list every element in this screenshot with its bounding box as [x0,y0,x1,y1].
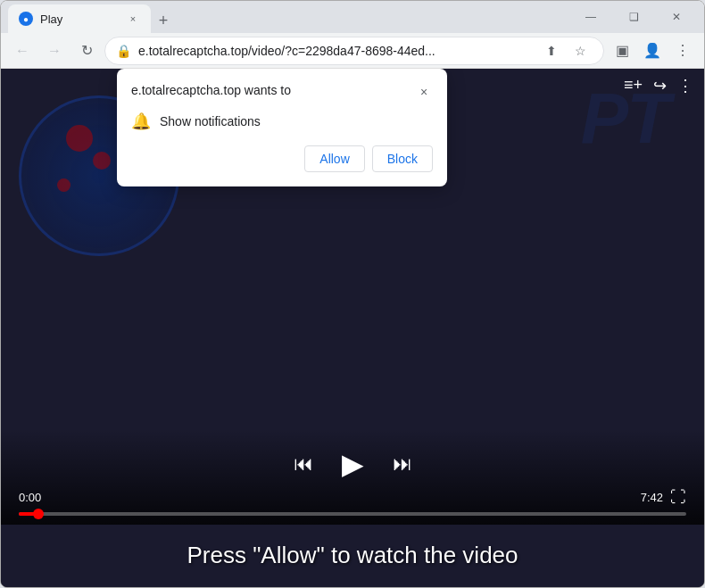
play-button[interactable]: ▶ [342,447,364,481]
permission-text: Show notifications [160,114,261,128]
nav-extra-buttons: ▣ 👤 ⋮ [608,37,697,65]
video-controls: ⏮ ▶ ⏭ 0:007:42⛶ [1,429,704,525]
reload-button[interactable]: ↻ [72,37,101,65]
forward-button[interactable]: → [40,37,69,65]
tab-favicon: ● [19,12,33,26]
overlay-text: Press "Allow" to watch the video [1,542,704,569]
progress-dot [33,509,44,519]
progress-fill [19,512,38,516]
top-video-controls: ≡+ ↪ ⋮ [624,76,693,95]
address-icons: ⬆ ☆ [539,38,593,63]
back-button[interactable]: ← [8,37,37,65]
playlist-icon[interactable]: ≡+ [624,76,643,95]
share-video-icon[interactable]: ↪ [653,76,667,95]
popup-permission: 🔔 Show notifications [131,112,433,131]
profile-icon[interactable]: 👤 [638,37,667,65]
current-time: 0:00 [19,491,41,504]
tab-strip: ● Play × + [8,1,570,33]
window-controls: — ❑ ✕ [570,3,697,31]
popup-header: e.totalrecaptcha.top wants to × [131,83,433,101]
prev-button[interactable]: ⏮ [294,452,313,476]
close-button[interactable]: ✕ [656,3,697,31]
time-row: 0:007:42⛶ [19,488,686,507]
notification-popup: e.totalrecaptcha.top wants to × 🔔 Show n… [117,69,447,186]
lock-icon: 🔒 [116,44,131,58]
fullscreen-button[interactable]: ⛶ [670,488,686,507]
bookmark-icon[interactable]: ☆ [568,38,593,63]
allow-button[interactable]: Allow [304,145,364,172]
tab-title: Play [40,12,119,26]
more-video-icon[interactable]: ⋮ [677,76,693,95]
nav-bar: ← → ↻ 🔒 e.totalrecaptcha.top/video/?c=22… [1,33,704,69]
popup-close-button[interactable]: × [415,83,433,101]
new-tab-button[interactable]: + [151,8,176,33]
block-button[interactable]: Block [372,145,433,172]
progress-bar[interactable] [19,512,686,516]
maximize-button[interactable]: ❑ [613,3,654,31]
more-menu-icon[interactable]: ⋮ [668,37,697,65]
tab-close-button[interactable]: × [126,12,140,26]
minimize-button[interactable]: — [570,3,611,31]
bell-icon: 🔔 [131,112,151,131]
share-icon[interactable]: ⬆ [539,38,564,63]
content-area: PT ≡+ ↪ ⋮ ⏮ ▶ ⏭ [1,69,704,587]
next-button[interactable]: ⏭ [393,452,412,476]
extension-icon[interactable]: ▣ [608,37,636,65]
popup-title: e.totalrecaptcha.top wants to [131,83,291,97]
total-time: 7:42 [641,491,663,504]
title-bar: ● Play × + — ❑ ✕ [1,1,704,33]
active-tab[interactable]: ● Play × [8,4,151,33]
address-text: e.totalrecaptcha.top/video/?c=2298da47-8… [138,44,532,58]
popup-buttons: Allow Block [131,145,433,172]
browser-window: ● Play × + — ❑ ✕ ← → ↻ 🔒 e.totalrecaptch… [0,0,705,588]
playback-controls: ⏮ ▶ ⏭ [19,447,686,481]
address-bar[interactable]: 🔒 e.totalrecaptcha.top/video/?c=2298da47… [104,37,604,65]
